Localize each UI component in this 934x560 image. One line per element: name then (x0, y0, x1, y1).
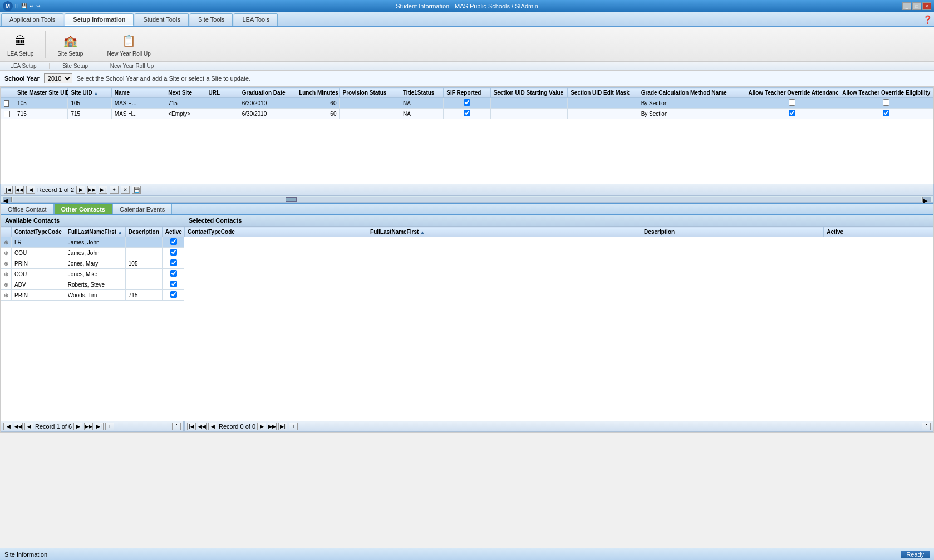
active-checkbox[interactable] (170, 291, 177, 298)
tab-calendar-events[interactable]: Calendar Events (112, 204, 172, 214)
sel-nav-next-page[interactable]: ▶▶ (268, 423, 277, 430)
checkbox-cell-14[interactable] (789, 99, 795, 106)
tab-other-contacts[interactable]: Other Contacts (54, 204, 112, 214)
lea-setup-label: LEA Setup (7, 51, 33, 57)
help-icon[interactable]: ❓ (921, 13, 934, 26)
avail-nav-add[interactable]: + (105, 423, 114, 430)
col-header-sec-uid-edit[interactable]: Section UID Edit Mask (568, 88, 638, 98)
nav-prev-page[interactable]: ◀◀ (15, 186, 24, 194)
col-avail-active[interactable]: Active (162, 227, 184, 237)
table-cell: MAS H... (111, 109, 165, 119)
col-header-next-site[interactable]: Next Site (165, 88, 205, 98)
site-setup-button[interactable]: 🏫 Site Setup (53, 30, 87, 59)
list-item[interactable]: ⊕PRINJones, Mary105 (1, 258, 184, 269)
avail-nav-prev[interactable]: ◀ (24, 423, 33, 430)
row-expand-icon[interactable]: ⊕ (1, 237, 12, 248)
active-checkbox[interactable] (170, 238, 177, 245)
col-sel-desc[interactable]: Description (641, 227, 824, 237)
active-checkbox[interactable] (170, 281, 177, 287)
list-item[interactable]: ⊕COUJames, John (1, 248, 184, 258)
contact-cell: James, John (65, 248, 125, 258)
col-header-site-master[interactable]: Site Master Site UID ▲ (14, 88, 68, 98)
checkbox-cell-14[interactable] (789, 110, 795, 116)
nav-prev[interactable]: ◀ (26, 186, 35, 194)
col-header-lunch[interactable]: Lunch Minutes (296, 88, 340, 98)
school-year-select[interactable]: 2010 2011 2009 (44, 73, 72, 83)
tab-site-tools[interactable]: Site Tools (190, 13, 233, 26)
table-row[interactable]: -105105MAS E...7156/30/201060NABy Sectio… (1, 98, 933, 109)
avail-nav-scroll[interactable]: ⋮ (172, 423, 181, 430)
scroll-right-btn[interactable]: ▶ (922, 197, 931, 202)
scroll-left-btn[interactable]: ◀ (3, 197, 12, 202)
tab-office-contact[interactable]: Office Contact (1, 204, 54, 214)
col-header-name[interactable]: Name (111, 88, 165, 98)
new-year-rollup-sub-label: New Year Roll Up (107, 63, 157, 69)
sel-nav-add[interactable]: + (289, 423, 298, 430)
checkbox-cell-15[interactable] (883, 99, 889, 106)
col-avail-desc[interactable]: Description (125, 227, 162, 237)
col-avail-type-code[interactable]: ContactTypeCode (12, 227, 65, 237)
checkbox-cell-10[interactable] (464, 99, 470, 106)
lea-setup-button[interactable]: 🏛 LEA Setup (3, 30, 37, 59)
list-item[interactable]: ⊕PRINWoods, Tim715 (1, 290, 184, 301)
col-header-site-uid[interactable]: Site UID ▲ (68, 88, 111, 98)
sel-nav-prev-page[interactable]: ◀◀ (198, 423, 207, 430)
row-expand-icon[interactable]: ⊕ (1, 258, 12, 269)
active-checkbox[interactable] (170, 259, 177, 266)
col-sel-type-code[interactable]: ContactTypeCode (185, 227, 367, 237)
avail-nav-next-page[interactable]: ▶▶ (84, 423, 93, 430)
table-row[interactable]: +715715MAS H...<Empty>6/30/201060NABy Se… (1, 109, 933, 119)
row-expand-icon[interactable]: ⊕ (1, 269, 12, 279)
scroll-thumb[interactable] (286, 197, 297, 202)
sel-nav-prev[interactable]: ◀ (208, 423, 217, 430)
active-checkbox[interactable] (170, 270, 177, 277)
col-header-allow-attend[interactable]: Allow Teacher Override Attendance (745, 88, 839, 98)
row-expand-icon[interactable]: ⊕ (1, 279, 12, 290)
list-item[interactable]: ⊕LRJames, John (1, 237, 184, 248)
row-expand-icon[interactable]: ⊕ (1, 248, 12, 258)
checkbox-cell-15[interactable] (883, 110, 889, 116)
sel-nav-last[interactable]: ▶| (278, 423, 287, 430)
tab-application-tools[interactable]: Application Tools (1, 13, 63, 26)
list-item[interactable]: ⊕COUJones, Mike (1, 269, 184, 279)
col-header-prov-status[interactable]: Provision Status (340, 88, 400, 98)
nav-add[interactable]: + (110, 186, 119, 194)
sel-nav-first[interactable]: |◀ (187, 423, 196, 430)
avail-nav-last[interactable]: ▶| (95, 423, 104, 430)
col-avail-full-name[interactable]: FullLastNameFirst ▲ (65, 227, 125, 237)
col-header-title1[interactable]: Title1Status (400, 88, 443, 98)
main-hscroll[interactable]: ◀ ▶ (0, 196, 934, 203)
table-cell (490, 109, 568, 119)
list-item[interactable]: ⊕ADVRoberts, Steve (1, 279, 184, 290)
tab-lea-tools[interactable]: LEA Tools (234, 13, 278, 26)
col-header-allow-elig[interactable]: Allow Teacher Override Eligibility (839, 88, 933, 98)
col-sel-active[interactable]: Active (824, 227, 933, 237)
row-expand-icon[interactable]: ⊕ (1, 290, 12, 301)
nav-next[interactable]: ▶ (76, 186, 85, 194)
sel-nav-scroll[interactable]: ⋮ (922, 423, 931, 430)
col-sel-full-name[interactable]: FullLastNameFirst ▲ (367, 227, 641, 237)
col-header-grad-date[interactable]: Graduation Date (239, 88, 296, 98)
close-button[interactable]: ✕ (922, 2, 931, 10)
nav-save[interactable]: 💾 (132, 186, 141, 194)
tab-setup-information[interactable]: Setup Information (65, 13, 134, 26)
avail-nav-first[interactable]: |◀ (3, 423, 12, 430)
col-header-sec-uid-start[interactable]: Section UID Starting Value (490, 88, 568, 98)
sel-nav-next[interactable]: ▶ (257, 423, 266, 430)
maximize-button[interactable]: □ (912, 2, 921, 10)
avail-nav-prev-page[interactable]: ◀◀ (14, 423, 23, 430)
nav-next-page[interactable]: ▶▶ (87, 186, 96, 194)
active-checkbox[interactable] (170, 249, 177, 256)
nav-delete[interactable]: ✕ (121, 186, 130, 194)
avail-nav-next[interactable]: ▶ (73, 423, 82, 430)
new-year-rollup-button[interactable]: 📋 New Year Roll Up (103, 30, 154, 59)
minimize-button[interactable]: _ (902, 2, 911, 10)
checkbox-cell-10[interactable] (464, 110, 470, 116)
tab-student-tools[interactable]: Student Tools (135, 13, 188, 26)
nav-last[interactable]: ▶| (99, 186, 107, 194)
col-header-url[interactable]: URL (205, 88, 239, 98)
nav-first[interactable]: |◀ (4, 186, 13, 194)
col-header-grade-calc[interactable]: Grade Calculation Method Name (638, 88, 745, 98)
col-header-sif[interactable]: SIF Reported (444, 88, 490, 98)
table-cell: By Section (638, 98, 745, 109)
